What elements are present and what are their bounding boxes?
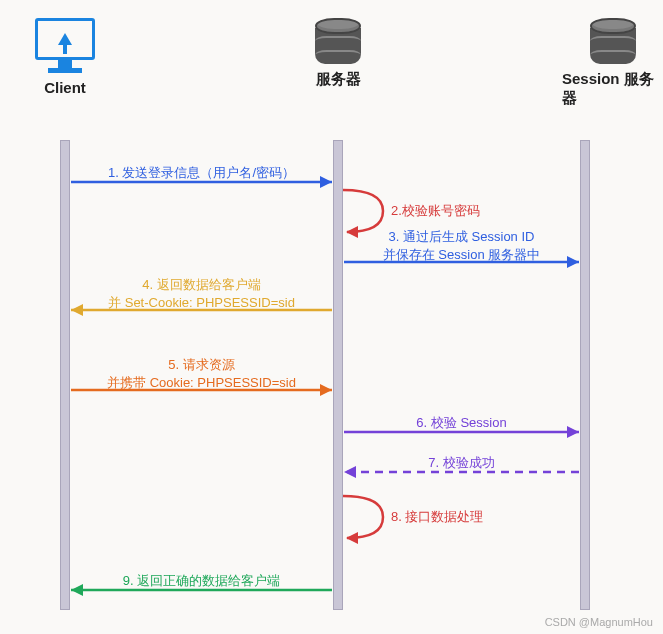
server-label: 服务器 xyxy=(316,70,361,89)
message-label: 6. 校验 Session xyxy=(352,414,572,432)
participant-client: Client xyxy=(35,18,95,96)
lifeline-client xyxy=(60,140,70,610)
upload-arrow-icon xyxy=(58,33,72,45)
message-label: 3. 通过后生成 Session ID并保存在 Session 服务器中 xyxy=(352,228,572,264)
message-label: 5. 请求资源并携带 Cookie: PHPSESSID=sid xyxy=(92,356,312,392)
svg-marker-6 xyxy=(71,304,83,316)
svg-marker-8 xyxy=(320,384,332,396)
message-label: 4. 返回数据给客户端并 Set-Cookie: PHPSESSID=sid xyxy=(92,276,312,312)
client-label: Client xyxy=(44,79,86,96)
session-server-label: Session 服务器 xyxy=(562,70,663,108)
svg-marker-15 xyxy=(71,584,83,596)
svg-marker-1 xyxy=(320,176,332,188)
lifeline-session xyxy=(580,140,590,610)
message-label: 1. 发送登录信息（用户名/密码） xyxy=(92,164,312,182)
participant-session-server: Session 服务器 xyxy=(562,18,663,108)
message-label: 9. 返回正确的数据给客户端 xyxy=(92,572,312,590)
database-icon xyxy=(590,18,636,64)
watermark-text: CSDN @MagnumHou xyxy=(545,616,653,628)
message-label: 8. 接口数据处理 xyxy=(391,508,483,526)
database-icon xyxy=(315,18,361,64)
monitor-icon xyxy=(35,18,95,60)
svg-marker-13 xyxy=(346,532,358,544)
message-label: 7. 校验成功 xyxy=(352,454,572,472)
participant-server: 服务器 xyxy=(315,18,361,89)
lifeline-server xyxy=(333,140,343,610)
message-label: 2.校验账号密码 xyxy=(391,202,480,220)
